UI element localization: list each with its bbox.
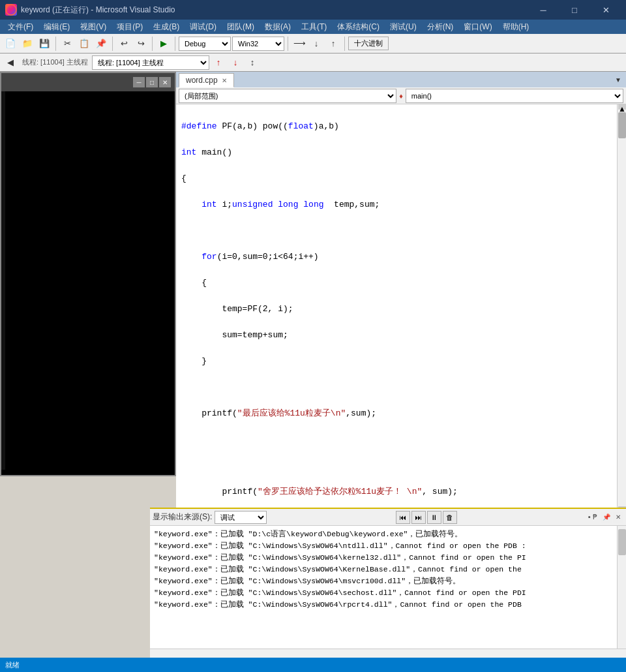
toolbar-sep-5 (288, 37, 288, 51)
panel-control-btns: ▪ ₱ 📌 ✕ (586, 512, 623, 523)
close-button[interactable]: ✕ (591, 0, 621, 20)
thread-arrow-2[interactable]: ↓ (228, 55, 243, 70)
debug-step-over[interactable]: ⟶ (291, 36, 307, 52)
maximize-button[interactable]: □ (559, 0, 589, 20)
code-line-14 (181, 459, 612, 472)
menu-help[interactable]: 帮助(H) (498, 20, 535, 34)
tab-filename: word.cpp (186, 76, 218, 85)
vs-main-window: keyword (正在运行) - Microsoft Visual Studio… (0, 0, 626, 672)
new-file-button[interactable]: 📄 (3, 36, 18, 52)
menu-view[interactable]: 视图(V) (75, 20, 112, 34)
status-text: 就绪 (5, 660, 20, 670)
thread-arrow-1[interactable]: ↑ (211, 55, 226, 70)
main-toolbar: 📄 📁 💾 ✂ 📋 📌 ↩ ↪ ▶ Debug Release Win32 x6… (0, 34, 626, 53)
output-panel-buttons: ⏮ ⏭ ⏸ 🗑 (396, 511, 457, 524)
tab-dropdown-button[interactable]: ▼ (613, 74, 623, 85)
output-panel-titlebar: 显示输出来源(S): 调试 生成 ⏮ ⏭ ⏸ 🗑 ▪ ₱ (150, 509, 626, 526)
code-line-13 (181, 433, 612, 446)
debug-step-out[interactable]: ↑ (325, 36, 341, 52)
output-content-area: "keyword.exe"：已加载 "D:\c语言\keyword\Debug\… (150, 526, 626, 649)
panel-pin-button[interactable]: 📌 (601, 512, 612, 523)
editor-v-scrollbar[interactable]: ▲ ▼ (617, 104, 626, 512)
thread-select[interactable]: 线程: [11004] 主线程 (92, 55, 209, 70)
menu-test[interactable]: 测试(U) (385, 20, 422, 34)
pp-define: #define (181, 121, 217, 131)
cut-button[interactable]: ✂ (59, 36, 75, 52)
scope-select[interactable]: (局部范围) (179, 89, 396, 103)
str-2: "舍罗王应该给予达依尔粒%11u麦子！ \n" (258, 487, 422, 496)
menu-tools[interactable]: 工具(T) (296, 20, 332, 34)
line-label: 线程: [11004] 主线程 (20, 57, 91, 67)
console-close-button[interactable]: ✕ (159, 77, 171, 87)
output-btn-3[interactable]: ⏸ (427, 511, 441, 524)
output-source-select[interactable]: 调试 生成 (215, 511, 267, 524)
thread-arrow-3[interactable]: ↕ (245, 55, 260, 70)
debug-back-button[interactable]: ◀ (3, 55, 18, 70)
menu-architecture[interactable]: 体系结构(C) (332, 20, 385, 34)
menu-debug[interactable]: 调试(D) (185, 20, 222, 34)
pin-label: ▪ ₱ (586, 513, 600, 521)
kw-long: long (278, 200, 298, 209)
menu-team[interactable]: 团队(M) (222, 20, 260, 34)
code-editor[interactable]: #define PF(a,b) pow((float)a,b) int main… (176, 104, 617, 512)
code-line-10: } (181, 355, 612, 368)
paste-button[interactable]: 📌 (93, 36, 109, 52)
debug-step-into[interactable]: ↓ (308, 36, 324, 52)
kw-long2: long (303, 200, 323, 209)
output-line-3: "keyword.exe"：已加载 "C:\Windows\SysWOW64\k… (154, 552, 622, 564)
kw-float: float (288, 121, 314, 131)
editor-tab-word-cpp[interactable]: word.cpp ✕ (179, 73, 234, 87)
output-v-scroll-thumb (618, 529, 626, 555)
output-panel-left: 显示输出来源(S): 调试 生成 (153, 511, 267, 524)
code-line-12: printf("最后应该给%11u粒麦子\n",sum); (181, 407, 612, 420)
copy-button[interactable]: 📋 (76, 36, 92, 52)
menu-build[interactable]: 生成(B) (148, 20, 185, 34)
code-scroll-area: #define PF(a,b) pow((float)a,b) int main… (176, 107, 617, 509)
run-button[interactable]: ▶ (156, 36, 171, 52)
output-source-label: 显示输出来源(S): (153, 512, 212, 523)
v-scroll-thumb[interactable] (618, 112, 626, 138)
code-line-8: temp=PF(2, i); (181, 303, 612, 316)
save-button[interactable]: 💾 (37, 36, 52, 52)
debug-mode-select[interactable]: Debug Release (179, 37, 231, 51)
code-line-4: int i;unsigned long long temp,sum; (181, 198, 612, 211)
tab-close-button[interactable]: ✕ (222, 77, 227, 84)
output-btn-2[interactable]: ⏭ (411, 511, 426, 524)
title-bar-left: keyword (正在运行) - Microsoft Visual Studio (5, 4, 175, 16)
open-button[interactable]: 📁 (20, 36, 35, 52)
output-clear-btn[interactable]: 🗑 (443, 511, 457, 524)
menu-edit[interactable]: 编辑(E) (38, 20, 75, 34)
code-line-11 (181, 381, 612, 394)
output-line-7: "keyword.exe"：已加载 "C:\Windows\SysWOW64\r… (154, 599, 622, 611)
code-line-5 (181, 224, 612, 237)
console-title-controls: ─ □ ✕ (133, 77, 171, 87)
output-btn-1[interactable]: ⏮ (396, 511, 410, 524)
output-line-1: "keyword.exe"：已加载 "D:\c语言\keyword\Debug\… (154, 528, 622, 540)
redo-button[interactable]: ↪ (133, 36, 149, 52)
platform-select[interactable]: Win32 x64 (232, 37, 284, 51)
code-content: #define PF(a,b) pow((float)a,b) int main… (176, 107, 617, 509)
console-minimize-button[interactable]: ─ (133, 77, 145, 87)
hex-view-button[interactable]: 十六进制 (348, 37, 389, 50)
menu-analyze[interactable]: 分析(N) (422, 20, 459, 34)
minimize-button[interactable]: ─ (528, 0, 558, 20)
menu-project[interactable]: 项目(P) (112, 20, 148, 34)
panel-close-button[interactable]: ✕ (613, 512, 623, 523)
console-maximize-button[interactable]: □ (146, 77, 158, 87)
kw-int2: int (201, 200, 216, 209)
output-h-scrollbar[interactable] (150, 649, 626, 658)
toolbar-sep-3 (152, 37, 153, 51)
debug-toolbar: ◀ 线程: [11004] 主线程 线程: [11004] 主线程 ↑ ↓ ↕ (0, 53, 626, 72)
code-area-wrapper: #define PF(a,b) pow((float)a,b) int main… (176, 104, 626, 512)
title-text: keyword (正在运行) - Microsoft Visual Studio (21, 5, 175, 16)
menu-data[interactable]: 数据(A) (260, 20, 296, 34)
undo-button[interactable]: ↩ (116, 36, 132, 52)
menu-window[interactable]: 窗口(W) (458, 20, 497, 34)
output-v-scrollbar[interactable] (617, 526, 626, 649)
toolbar-sep-6 (344, 37, 345, 51)
scope-arrow-icon: ♦ (399, 92, 403, 100)
v-scroll-up-btn[interactable]: ▲ (618, 104, 626, 110)
function-select[interactable]: main() (406, 89, 623, 103)
code-line-2: int main() (181, 146, 612, 159)
menu-file[interactable]: 文件(F) (3, 20, 38, 34)
